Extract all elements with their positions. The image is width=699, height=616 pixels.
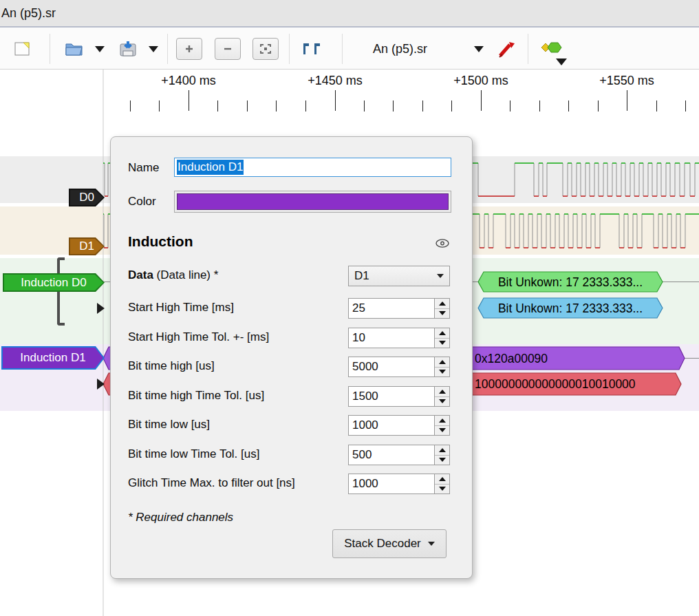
- main-toolbar: An (p5).sr: [0, 28, 699, 70]
- annotation-block: [478, 298, 663, 318]
- param-spinbox[interactable]: 5000: [348, 357, 450, 377]
- new-session-button[interactable]: [8, 35, 36, 63]
- spin-down-icon: [439, 341, 446, 345]
- decoder-name-input[interactable]: Induction D1: [174, 158, 451, 177]
- spin-up-button[interactable]: [435, 387, 449, 397]
- spin-up-button[interactable]: [435, 416, 449, 426]
- open-folder-icon: [65, 41, 84, 57]
- param-spinbox[interactable]: 1000: [348, 415, 450, 436]
- save-button[interactable]: [114, 35, 142, 63]
- zoom-fit-icon: [259, 43, 272, 54]
- spinbox-value: 1000: [352, 477, 378, 491]
- session-selector[interactable]: An (p5).sr: [358, 35, 476, 63]
- spin-down-icon: [439, 370, 446, 374]
- stack-decoder-label: Stack Decoder: [344, 537, 421, 551]
- dropdown-arrow-icon: [95, 46, 105, 52]
- param-label: (Data line) *: [153, 268, 218, 282]
- spin-down-icon: [439, 458, 446, 462]
- color-swatch: [177, 193, 449, 210]
- toolbar-separator: [342, 34, 343, 64]
- annotation-text: 100000000000000010010000: [475, 377, 636, 391]
- param-spinbox[interactable]: 25: [348, 298, 450, 319]
- spin-up-button[interactable]: [435, 474, 449, 485]
- dropdown-arrow-icon: [149, 46, 158, 52]
- spin-down-button[interactable]: [435, 426, 449, 436]
- spin-down-button[interactable]: [435, 485, 449, 494]
- spin-up-button[interactable]: [435, 445, 449, 456]
- spinbox-value: 500: [352, 448, 372, 462]
- spin-up-icon: [439, 390, 446, 394]
- data-line-select[interactable]: D1: [348, 266, 450, 286]
- color-label: Color: [128, 195, 156, 209]
- subrow-label-arrow: [97, 303, 105, 314]
- ruler-tick: [159, 100, 160, 111]
- param-label: Bit time low [us]: [128, 418, 210, 431]
- spin-up-icon: [439, 418, 446, 423]
- ruler-tick: [539, 100, 540, 111]
- channel-tag-label: Induction D0: [21, 276, 86, 290]
- param-spinbox[interactable]: 500: [348, 445, 450, 465]
- spin-up-icon: [439, 301, 446, 306]
- param-spinbox[interactable]: 10: [348, 328, 450, 348]
- annotation-block: [478, 272, 663, 292]
- zoom-in-icon: [184, 43, 195, 54]
- spin-down-icon: [439, 399, 446, 403]
- param-spinbox[interactable]: 1000: [348, 474, 450, 494]
- session-dropdown-button[interactable]: [471, 35, 487, 63]
- spin-down-button[interactable]: [435, 368, 449, 377]
- spinbox-value: 25: [352, 301, 365, 315]
- spinbox-value: 1000: [352, 418, 378, 432]
- ruler-label: +1400 ms: [161, 74, 216, 88]
- ruler-tick: [451, 100, 452, 111]
- toolbar-separator: [289, 34, 290, 64]
- ruler-tick: [656, 100, 657, 111]
- dropdown-arrow-icon: [556, 59, 567, 65]
- zoom-fit-button[interactable]: [252, 35, 279, 63]
- run-capture-button[interactable]: [493, 35, 520, 63]
- spin-up-icon: [439, 360, 446, 364]
- open-dropdown-button[interactable]: [92, 35, 107, 63]
- spin-down-button[interactable]: [435, 456, 449, 465]
- decoder-color-button[interactable]: [174, 191, 451, 213]
- channel-tag-induction-d0[interactable]: Induction D0: [3, 273, 105, 292]
- ruler-tick: [276, 100, 277, 111]
- show-sampling-points-button[interactable]: [299, 35, 325, 63]
- visibility-toggle[interactable]: [435, 238, 450, 252]
- ruler-tick: [364, 100, 365, 111]
- channel-tag-d1[interactable]: D1: [69, 237, 105, 255]
- spin-down-icon: [439, 311, 446, 315]
- ruler-label: +1550 ms: [599, 74, 654, 88]
- spin-up-button[interactable]: [435, 357, 449, 368]
- open-button[interactable]: [61, 35, 88, 63]
- ruler-tick: [568, 100, 569, 111]
- channel-tag-induction-d1[interactable]: Induction D1: [1, 346, 105, 370]
- param-label: Bit time low Time Tol. [us]: [128, 447, 259, 460]
- session-selector-label: An (p5).sr: [373, 42, 427, 56]
- save-dropdown-button[interactable]: [146, 35, 161, 63]
- stack-decoder-button[interactable]: Stack Decoder: [332, 529, 447, 558]
- spinbox-value: 1500: [352, 390, 378, 403]
- subrow-label-arrow: [97, 379, 105, 390]
- channel-tag-d0[interactable]: D0: [69, 189, 105, 206]
- dropdown-arrow-icon: [474, 46, 484, 52]
- ruler-tick: [393, 100, 394, 111]
- toolbar-separator: [167, 34, 168, 64]
- spin-down-button[interactable]: [435, 397, 449, 407]
- zoom-out-button[interactable]: [215, 35, 241, 63]
- ruler-tick: [217, 100, 218, 111]
- toolbar-separator: [50, 34, 50, 64]
- select-value: D1: [349, 269, 437, 283]
- ruler-tick: [130, 100, 131, 111]
- required-channels-note: * Required channels: [128, 511, 233, 524]
- annotation-text: Bit Unkown: 17 2333.333...: [498, 301, 643, 315]
- param-spinbox[interactable]: 1500: [348, 386, 450, 407]
- spin-down-button[interactable]: [435, 339, 449, 348]
- ruler-tick: [422, 100, 423, 111]
- dropdown-arrow-icon: [437, 274, 444, 278]
- annotation-text: 0x120a00090: [475, 352, 548, 365]
- toolbar-separator: [528, 34, 528, 64]
- spin-down-button[interactable]: [435, 309, 449, 319]
- spin-up-button[interactable]: [435, 299, 449, 309]
- zoom-in-button[interactable]: [176, 35, 202, 63]
- spin-up-button[interactable]: [435, 328, 449, 339]
